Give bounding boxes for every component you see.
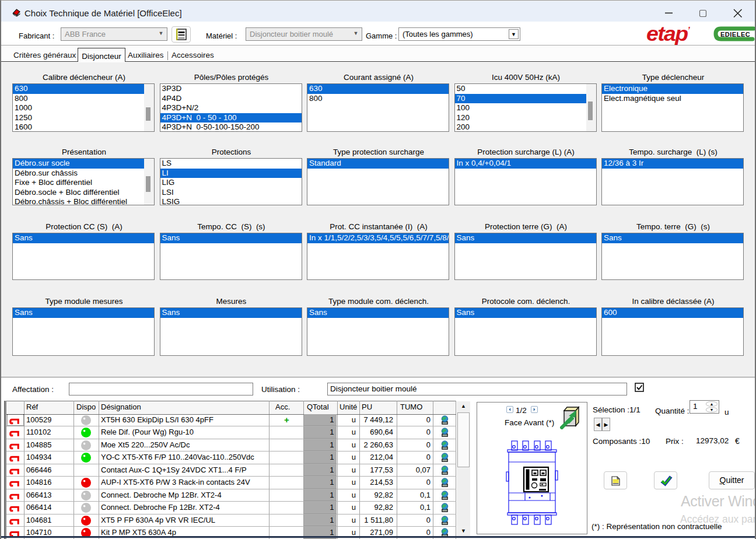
svg-text:EDIELEC: EDIELEC [720,31,750,38]
